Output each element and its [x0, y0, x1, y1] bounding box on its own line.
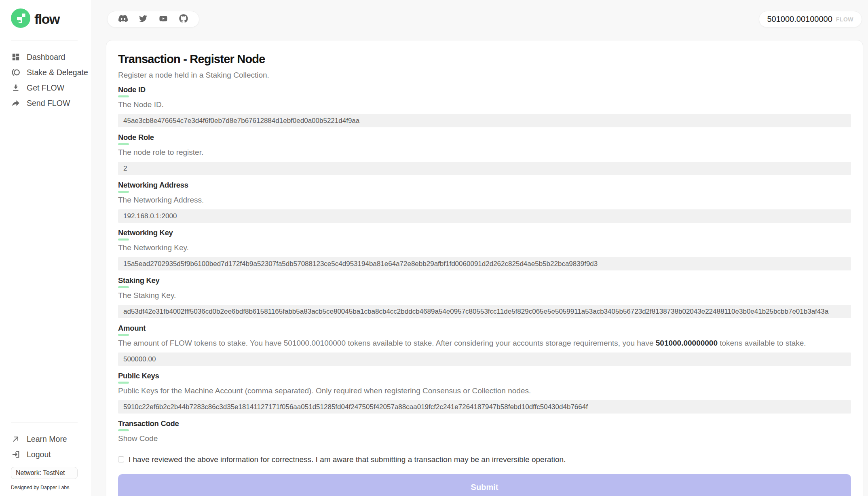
sidebar-item-send-flow[interactable]: Send FLOW [0, 95, 91, 111]
social-links [107, 11, 199, 27]
app-root: flow Dashboard Stake & Delegate Get F [0, 0, 868, 496]
divider [11, 422, 78, 422]
balance-amount: 501000.00100000 [767, 15, 832, 24]
field-description: The Networking Address. [118, 196, 851, 205]
transaction-card: Transaction - Register Node Register a n… [106, 40, 863, 496]
flow-logo[interactable]: flow [0, 8, 91, 30]
main-area: 501000.00100000 FLOW Transaction - Regis… [91, 0, 868, 496]
sidebar-item-stake-delegate[interactable]: Stake & Delegate [0, 65, 91, 80]
download-icon [11, 83, 21, 93]
field-description: The Node ID. [118, 100, 851, 109]
divider [11, 40, 78, 40]
field-networking-key: Networking Key The Networking Key. [118, 228, 851, 270]
sidebar-item-label: Send FLOW [27, 99, 70, 108]
balance-currency: FLOW [836, 16, 853, 23]
youtube-icon [158, 15, 168, 24]
field-label: Staking Key [118, 276, 851, 285]
github-link[interactable] [179, 15, 188, 24]
field-networking-address: Networking Address The Networking Addres… [118, 181, 851, 223]
sidebar-item-get-flow[interactable]: Get FLOW [0, 80, 91, 95]
send-icon [11, 98, 21, 108]
sidebar-nav: Dashboard Stake & Delegate Get FLOW Send… [0, 49, 91, 111]
amount-input[interactable] [118, 352, 851, 366]
amount-desc-after: tokens available to stake. [718, 339, 806, 347]
sidebar-item-learn-more[interactable]: Learn More [0, 431, 91, 447]
sidebar-item-label: Stake & Delegate [27, 68, 88, 77]
field-description: The node role to register. [118, 148, 851, 157]
amount-desc-before: The amount of FLOW tokens to stake. You … [118, 339, 656, 347]
label-underline [118, 95, 129, 97]
node-id-input[interactable] [118, 114, 851, 127]
twitter-link[interactable] [138, 15, 148, 24]
field-label: Node ID [118, 85, 851, 94]
flow-logo-icon [11, 8, 30, 30]
github-icon [179, 14, 188, 25]
credit-text: Designed by Dapper Labs [11, 485, 91, 490]
field-label: Transaction Code [118, 419, 851, 428]
sidebar-spacer [0, 111, 91, 422]
page-subtitle: Register a node held in a Staking Collec… [118, 71, 851, 80]
discord-link[interactable] [118, 15, 128, 24]
field-description: The Networking Key. [118, 243, 851, 252]
network-indicator: Network: TestNet [11, 467, 78, 479]
field-staking-key: Staking Key The Staking Key. [118, 276, 851, 318]
discord-icon [118, 15, 128, 24]
logout-icon [11, 450, 21, 459]
networking-address-input[interactable] [118, 209, 851, 223]
label-underline [118, 334, 129, 336]
field-public-keys: Public Keys Public Keys for the Machine … [118, 371, 851, 414]
label-underline [118, 239, 129, 241]
stake-delegate-icon [11, 68, 21, 77]
sidebar-item-label: Learn More [27, 435, 67, 444]
amount-available-bold: 501000.00000000 [656, 339, 718, 347]
field-node-id: Node ID The Node ID. [118, 85, 851, 127]
field-transaction-code: Transaction Code Show Code [118, 419, 851, 443]
sidebar-item-label: Dashboard [27, 53, 65, 62]
confirmation-checkbox[interactable] [118, 456, 124, 462]
twitter-icon [139, 15, 148, 24]
sidebar-item-label: Get FLOW [27, 83, 64, 93]
field-label: Amount [118, 324, 851, 333]
field-label: Public Keys [118, 371, 851, 380]
staking-key-input[interactable] [118, 305, 851, 318]
field-node-role: Node Role The node role to register. [118, 133, 851, 175]
field-label: Networking Key [118, 228, 851, 237]
networking-key-input[interactable] [118, 257, 851, 270]
submit-button[interactable]: Submit [118, 474, 851, 496]
page-title: Transaction - Register Node [118, 53, 851, 66]
label-underline [118, 429, 129, 431]
sidebar-item-logout[interactable]: Logout [0, 447, 91, 462]
field-label: Node Role [118, 133, 851, 142]
show-code-toggle[interactable]: Show Code [118, 434, 158, 443]
sidebar-item-label: Logout [27, 450, 51, 459]
topbar: 501000.00100000 FLOW [107, 11, 862, 27]
youtube-link[interactable] [158, 15, 168, 24]
sidebar-item-dashboard[interactable]: Dashboard [0, 49, 91, 65]
field-description: Public Keys for the Machine Account (com… [118, 386, 851, 395]
external-link-icon [11, 434, 21, 444]
confirmation-row: I have reviewed the above information fo… [118, 455, 851, 464]
label-underline [118, 382, 129, 384]
account-balance: 501000.00100000 FLOW [759, 11, 862, 27]
field-description: The amount of FLOW tokens to stake. You … [118, 339, 851, 348]
field-description: The Staking Key. [118, 291, 851, 300]
brand-name: flow [34, 11, 59, 27]
label-underline [118, 143, 129, 145]
field-amount: Amount The amount of FLOW tokens to stak… [118, 324, 851, 366]
field-label: Networking Address [118, 181, 851, 190]
sidebar: flow Dashboard Stake & Delegate Get F [0, 0, 91, 496]
label-underline [118, 191, 129, 193]
confirmation-text: I have reviewed the above information fo… [129, 455, 566, 464]
node-role-input[interactable] [118, 162, 851, 175]
dashboard-icon [11, 52, 21, 62]
sidebar-footer-nav: Learn More Logout [0, 431, 91, 462]
label-underline [118, 286, 129, 288]
public-keys-input[interactable] [118, 400, 851, 414]
